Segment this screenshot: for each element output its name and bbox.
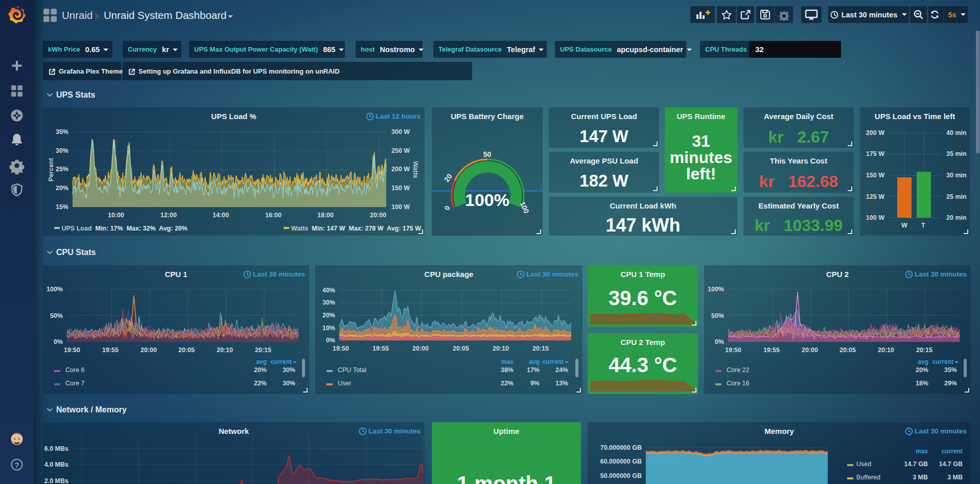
svg-text:?: ? [14, 460, 19, 469]
